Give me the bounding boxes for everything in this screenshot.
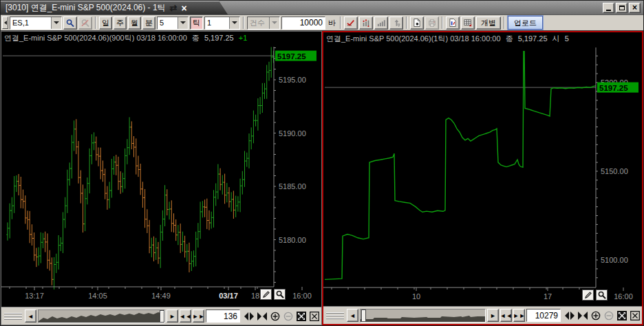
full-range-button[interactable] — [296, 311, 307, 322]
close-button[interactable]: × — [629, 3, 641, 13]
upload-button[interactable]: 업로드 — [508, 16, 543, 30]
zoom-reset-button[interactable] — [78, 17, 92, 30]
zoom-tool-button[interactable] — [274, 289, 286, 300]
minute-combo[interactable]: 5 — [157, 17, 189, 30]
shrink-width-button[interactable] — [257, 311, 268, 322]
drag-gripper[interactable] — [3, 311, 23, 322]
swap-arrows-icon[interactable]: ⇄ — [170, 3, 178, 13]
chevron-down-icon — [269, 17, 279, 29]
close-price-label: 종 — [506, 34, 513, 43]
left-nav-bar: ◄ ► ◄◄ ►► — [1, 307, 321, 325]
minimize-button[interactable] — [603, 3, 614, 13]
symbol-value: ES,1 — [10, 19, 51, 27]
period-minute-button[interactable]: 분 — [142, 17, 155, 30]
zoom-out-circle-icon — [604, 311, 614, 320]
maximize-button[interactable] — [616, 3, 627, 13]
bar-count-input[interactable] — [281, 17, 325, 30]
magnifier-icon — [276, 290, 284, 298]
zoom-in-button[interactable] — [590, 310, 601, 321]
svg-text:5100.00: 5100.00 — [601, 256, 628, 264]
toolbar-overflow-left-button[interactable] — [2, 17, 8, 29]
range-thumb-start[interactable] — [361, 309, 366, 322]
chevron-down-icon[interactable] — [178, 17, 188, 29]
individual-button[interactable]: 개별 — [476, 17, 501, 30]
compare-chart-button[interactable] — [446, 17, 460, 30]
maximize-icon — [619, 6, 625, 10]
tick-mode-button[interactable]: 틱 — [190, 17, 203, 30]
visible-bar-count-input[interactable] — [526, 309, 561, 322]
chevron-down-icon[interactable] — [229, 17, 239, 29]
page-right-button[interactable]: ►► — [513, 309, 525, 322]
draw-tool-button[interactable] — [260, 289, 272, 300]
right-nav-bar: ◄ ► ◄◄ ►► — [323, 306, 642, 324]
tick-count-combo[interactable]: 1 — [204, 17, 240, 30]
draw-tool-button[interactable] — [582, 290, 594, 301]
count-mode-combo: 건수 — [247, 17, 280, 30]
bar-chart-type-button[interactable] — [374, 17, 388, 30]
chevron-down-icon[interactable] — [51, 17, 61, 29]
expand-width-button[interactable] — [564, 310, 575, 321]
shrink-width-button[interactable] — [577, 310, 588, 321]
right-minimap-track[interactable] — [360, 309, 486, 323]
sort-updown-button[interactable] — [389, 17, 403, 30]
symbol-search-button[interactable] — [63, 17, 77, 30]
expand-all-icon — [617, 311, 627, 320]
magnifier-icon — [598, 291, 606, 299]
scroll-right-button[interactable]: ► — [167, 309, 178, 323]
search-icon — [66, 19, 74, 28]
expand-width-icon — [565, 312, 575, 320]
right-chart-panel[interactable]: 연결_E-mini S&P 500(2024.06)(1틱) 03/18 16:… — [322, 31, 643, 325]
drag-gripper[interactable] — [325, 310, 345, 321]
document-icon — [413, 18, 421, 28]
open-price-value: 5 — [565, 34, 569, 43]
scroll-right-button[interactable]: ► — [487, 309, 499, 322]
visible-bar-count-input[interactable] — [206, 309, 240, 323]
tab-close-icon[interactable]: × — [181, 4, 186, 12]
close-nav-button[interactable] — [630, 310, 641, 321]
window-title-tab[interactable]: [3010] 연결_E-mini S&P 500(2024.06) - 1틱 ⇄… — [1, 1, 228, 14]
zoom-tool-button[interactable] — [596, 290, 608, 301]
scroll-left-button[interactable]: ◄ — [25, 309, 36, 323]
svg-text:5185.00: 5185.00 — [279, 182, 306, 191]
change-value: +1 — [239, 34, 248, 42]
pencil-icon — [262, 290, 270, 298]
close-nav-button[interactable] — [309, 311, 320, 322]
period-month-button[interactable]: 월 — [128, 17, 141, 30]
left-chart-panel[interactable]: 연결_E-mini S&P 500(2024.06)(900틱) 03/18 1… — [1, 31, 322, 325]
scroll-left-button[interactable]: ◄ — [347, 309, 358, 322]
right-chart-plot[interactable]: 5200.005150.005100.00101716:005197.25 — [323, 45, 643, 306]
svg-text:17: 17 — [544, 292, 552, 301]
period-day-button[interactable]: 일 — [99, 17, 112, 30]
svg-text:5180.00: 5180.00 — [279, 236, 306, 244]
new-document-button[interactable] — [410, 17, 424, 30]
separator — [406, 17, 407, 29]
zoom-in-circle-icon — [270, 312, 280, 321]
expand-width-button[interactable] — [244, 311, 255, 322]
nav-zoom-icons — [562, 310, 641, 321]
toolbar: ES,1 일 주 월 분 5 틱 1 건수 바 — [1, 15, 643, 31]
range-thumb-start[interactable] — [160, 310, 164, 323]
left-chart-plot[interactable]: 5195.005190.005185.005180.0013:1714:0514… — [1, 44, 322, 307]
tick-chart-type-button[interactable] — [359, 17, 373, 30]
zoom-out-button[interactable] — [603, 310, 614, 321]
print-preview-button[interactable] — [425, 17, 439, 30]
minute-value: 5 — [158, 19, 178, 27]
line-chart-type-button[interactable] — [344, 17, 358, 30]
page-left-button[interactable]: ◄◄ — [180, 309, 191, 323]
symbol-combo[interactable]: ES,1 — [10, 17, 62, 30]
right-minimap — [361, 309, 486, 323]
left-minimap — [39, 310, 165, 323]
tick-count-value: 1 — [205, 19, 229, 27]
window-controls: × — [603, 3, 641, 13]
left-minimap-track[interactable] — [38, 309, 165, 323]
zoom-out-button[interactable] — [283, 311, 294, 322]
full-range-button[interactable] — [616, 310, 627, 321]
period-week-button[interactable]: 주 — [114, 17, 127, 30]
separator — [95, 17, 96, 29]
svg-text:18: 18 — [251, 292, 259, 300]
page-left-button[interactable]: ◄◄ — [500, 309, 512, 322]
zoom-in-button[interactable] — [270, 311, 281, 322]
page-right-button[interactable]: ►► — [193, 309, 204, 323]
grid-settings-button[interactable] — [461, 17, 475, 30]
svg-text:5195.00: 5195.00 — [279, 76, 306, 84]
